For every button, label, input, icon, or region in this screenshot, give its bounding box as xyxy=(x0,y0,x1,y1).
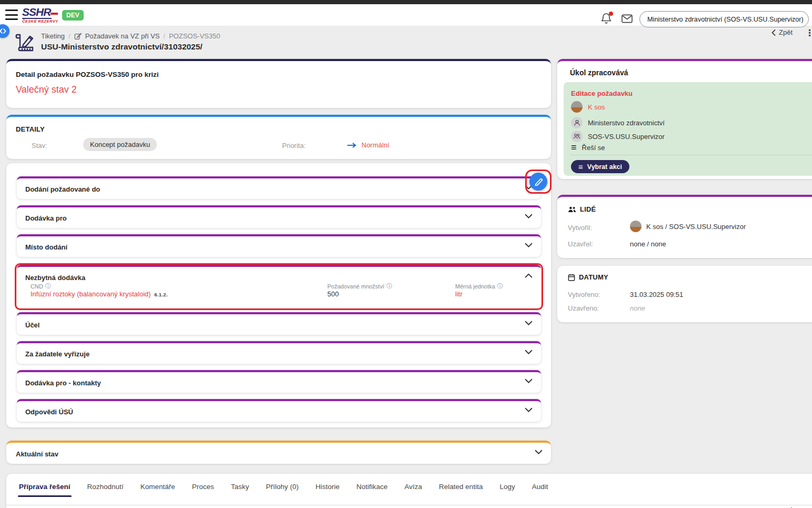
tab-audit[interactable]: Audit xyxy=(531,483,549,497)
chevron-down-icon xyxy=(525,214,533,219)
aktualni-stav-label: Aktuální stav xyxy=(16,450,58,458)
info-icon[interactable]: ⓘ xyxy=(386,282,392,290)
tab-priprava-reseni[interactable]: Příprava řešení xyxy=(18,483,72,497)
messages-envelope-icon[interactable] xyxy=(621,13,634,26)
calendar-icon xyxy=(568,274,575,281)
page-title: USU-Ministerstvo zdravotnictví/31032025/ xyxy=(41,42,203,52)
tab-notifikace[interactable]: Notifikace xyxy=(355,483,388,497)
cnd-code-badge: 6.1.2. xyxy=(154,292,168,297)
lide-card: LIDÉ Vytvořil: K sos / SOS-VS.USU.Superv… xyxy=(557,195,812,258)
section-ucel[interactable]: Účel xyxy=(17,312,541,335)
breadcrumb-item-tiketing[interactable]: Tiketing xyxy=(41,32,65,40)
tab-aviza[interactable]: Avíza xyxy=(404,483,424,497)
logo-red-dash xyxy=(51,13,58,15)
vytvoreno-label: Vytvořeno: xyxy=(568,291,600,298)
tab-proces[interactable]: Proces xyxy=(191,483,215,497)
section-dodavka-pro[interactable]: Dodávka pro xyxy=(17,205,541,228)
task-role-name: SOS-VS.USU.Supervizor xyxy=(588,133,665,141)
avatar xyxy=(571,101,583,113)
ukol-card: Úkol zpracovává Editace požadavku K sos … xyxy=(557,59,812,179)
tab-logy[interactable]: Logy xyxy=(498,483,516,497)
hamburger-menu-icon[interactable] xyxy=(5,9,18,20)
cnd-value[interactable]: Infúzní roztoky (balancovaný krystaloid)… xyxy=(31,290,168,298)
logo-word: SSHR xyxy=(22,6,52,19)
vytvoril-value: K sos / SOS-VS.USU.Supervizor xyxy=(630,221,746,232)
task-panel: Editace požadavku K sos Ministerstvo zdr… xyxy=(564,82,812,176)
lide-heading: LIDÉ xyxy=(568,205,596,213)
vytvoril-label: Vytvořil: xyxy=(568,224,592,232)
vybrat-akci-label: Vybrat akci xyxy=(587,163,622,171)
section-label: Za žadatele vyřizuje xyxy=(25,350,89,358)
tab-rozhodnuti[interactable]: Rozhodnutí xyxy=(86,483,125,497)
section-aktualni-stav[interactable]: Aktuální stav xyxy=(6,441,551,464)
chevron-down-icon xyxy=(525,321,533,326)
list-icon: ≡ xyxy=(571,143,577,152)
section-label: Místo dodání xyxy=(25,243,67,251)
edit-request-button[interactable] xyxy=(529,173,547,191)
chevron-down-icon xyxy=(525,407,533,413)
app-header: SSHR ČESKÉ REZERVY DEV Ministerstvo zdra… xyxy=(0,4,812,26)
ukol-heading: Úkol zpracovává xyxy=(570,68,628,77)
detail-card-title: Detail požadavku POZSOS-VS350 pro krizi xyxy=(16,71,159,78)
breadcrumb-item-pozadavek[interactable]: Požadavek na VZ při VS xyxy=(85,32,160,40)
pencil-icon xyxy=(534,177,543,186)
vytvoreno-value: 31.03.2025 09:51 xyxy=(630,291,683,298)
breadcrumb-separator: / xyxy=(68,32,71,40)
browser-top-strip xyxy=(0,0,812,4)
section-misto-dodani[interactable]: Místo dodání xyxy=(17,234,541,257)
group-icon xyxy=(571,131,583,142)
cnd-label: CNDⓘ xyxy=(31,282,51,290)
assignee-name[interactable]: K sos xyxy=(588,103,605,111)
org-role-selector[interactable]: Ministerstvo zdravotnictví (SOS-VS.USU.S… xyxy=(639,11,809,27)
org-role-selected-value: Ministerstvo zdravotnictví (SOS-VS.USU.S… xyxy=(647,16,804,23)
detaily-card: DETAILY Stav: Koncept požadavku Priorita… xyxy=(6,115,551,159)
section-dodani-pozadovane-do[interactable]: Dodání požadované do xyxy=(17,176,541,199)
section-dodavka-pro-kontakty[interactable]: Dodávka pro - kontakty xyxy=(17,370,541,393)
task-action-title: Editace požadavku xyxy=(571,89,633,97)
request-page-icon xyxy=(13,29,37,54)
section-label: Dodávka pro xyxy=(25,214,67,222)
task-state: Řeší se xyxy=(582,144,605,152)
vybrat-akci-button[interactable]: ≡ Vybrat akci xyxy=(571,160,629,173)
task-assignee-row: K sos xyxy=(571,101,605,113)
status-chip: Koncept požadavku xyxy=(83,138,157,151)
mnozstvi-label: Požadované množstvíⓘ xyxy=(327,282,392,290)
section-odpovedi-usu[interactable]: Odpovědi ÚSÚ xyxy=(17,399,541,422)
section-label: Dodání požadované do xyxy=(25,185,100,193)
section-nezbytna-dodavka: Nezbytná dodávka CNDⓘ Infúzní roztoky (b… xyxy=(17,265,541,308)
chevron-down-icon xyxy=(525,243,533,248)
priority-normal-arrow-icon xyxy=(347,143,357,148)
chevron-up-icon[interactable] xyxy=(525,273,533,278)
page-kebab-menu-icon[interactable]: ⋮ xyxy=(805,27,812,38)
chevron-down-icon xyxy=(525,378,533,384)
person-icon xyxy=(571,117,583,128)
section-label: Odpovědi ÚSÚ xyxy=(25,408,73,416)
notifications-bell-icon[interactable] xyxy=(600,12,614,26)
section-label: Účel xyxy=(25,321,39,329)
priority-text: Normální xyxy=(362,141,389,149)
war-state-status: Valečný stav 2 xyxy=(16,84,77,95)
uzavrel-value: none / none xyxy=(630,240,666,248)
tab-prilohy[interactable]: Přílohy (0) xyxy=(265,483,299,497)
tab-komentare[interactable]: Komentáře xyxy=(139,483,176,497)
section-label: Nezbytná dodávka xyxy=(25,274,85,282)
back-button[interactable]: Zpět xyxy=(771,28,793,36)
info-icon[interactable]: ⓘ xyxy=(497,282,503,290)
chevron-left-icon xyxy=(771,29,776,36)
tabs-divider xyxy=(6,505,812,505)
people-icon xyxy=(568,206,576,213)
divider xyxy=(571,155,812,155)
breadcrumb: Tiketing / Požadavek na VZ při VS / POZS… xyxy=(41,32,220,40)
avatar xyxy=(630,221,641,232)
menu-icon: ≡ xyxy=(578,163,583,171)
tab-related-entita[interactable]: Related entita xyxy=(438,483,484,497)
datumy-card: DATUMY Vytvořeno: 31.03.2025 09:51 Uzavř… xyxy=(557,266,812,322)
sshr-logo: SSHR ČESKÉ REZERVY xyxy=(22,6,59,25)
breadcrumb-item-current: POZSOS-VS350 xyxy=(169,32,220,40)
detail-card: Detail požadavku POZSOS-VS350 pro krizi … xyxy=(6,59,551,108)
jednotka-label: Měrná jednotkaⓘ xyxy=(455,282,503,290)
tab-tasky[interactable]: Tasky xyxy=(230,483,250,497)
section-za-zadatele-vyrizuje[interactable]: Za žadatele vyřizuje xyxy=(17,341,541,364)
tab-historie[interactable]: Historie xyxy=(315,483,341,497)
info-icon[interactable]: ⓘ xyxy=(45,282,51,290)
